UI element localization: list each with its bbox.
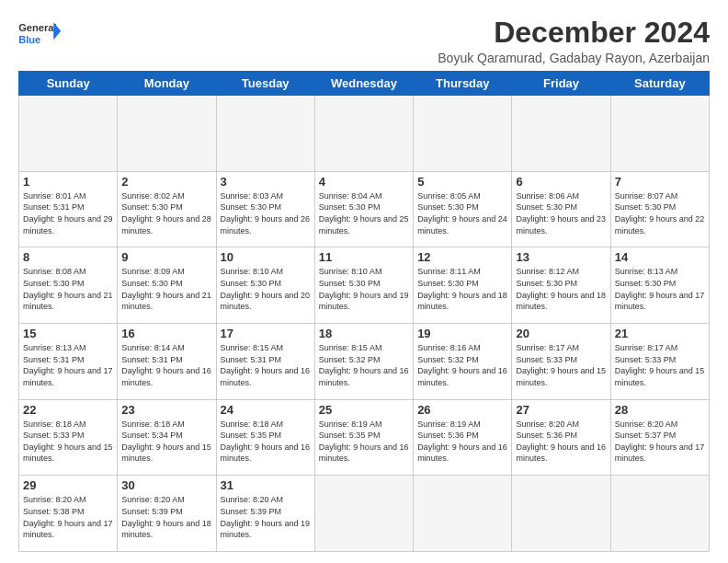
calendar-cell <box>512 96 610 172</box>
calendar-cell: 20Sunrise: 8:17 AMSunset: 5:33 PMDayligh… <box>512 324 610 400</box>
logo: General Blue <box>18 17 63 52</box>
main-title: December 2024 <box>438 17 710 49</box>
calendar-cell <box>414 96 512 172</box>
calendar-cell: 4Sunrise: 8:04 AMSunset: 5:30 PMDaylight… <box>314 171 413 247</box>
calendar-cell: 1Sunrise: 8:01 AMSunset: 5:31 PMDaylight… <box>19 171 118 247</box>
day-info: Sunrise: 8:10 AMSunset: 5:30 PMDaylight:… <box>221 266 311 312</box>
calendar-table: Sunday Monday Tuesday Wednesday Thursday… <box>18 71 710 552</box>
day-info: Sunrise: 8:17 AMSunset: 5:33 PMDaylight:… <box>516 342 606 388</box>
day-number: 18 <box>319 327 409 340</box>
calendar-cell: 26Sunrise: 8:19 AMSunset: 5:36 PMDayligh… <box>414 399 512 476</box>
calendar-week-4: 22Sunrise: 8:18 AMSunset: 5:33 PMDayligh… <box>19 399 710 476</box>
day-number: 1 <box>23 175 113 189</box>
calendar-cell <box>314 96 413 172</box>
day-number: 16 <box>121 327 211 340</box>
calendar-cell: 10Sunrise: 8:10 AMSunset: 5:30 PMDayligh… <box>216 247 314 324</box>
calendar-cell: 24Sunrise: 8:18 AMSunset: 5:35 PMDayligh… <box>216 399 314 476</box>
day-info: Sunrise: 8:09 AMSunset: 5:30 PMDaylight:… <box>121 266 211 312</box>
calendar-cell: 18Sunrise: 8:15 AMSunset: 5:32 PMDayligh… <box>314 324 413 400</box>
day-info: Sunrise: 8:19 AMSunset: 5:35 PMDaylight:… <box>319 419 409 465</box>
calendar-cell <box>19 96 118 172</box>
day-info: Sunrise: 8:15 AMSunset: 5:31 PMDaylight:… <box>221 342 311 388</box>
day-number: 6 <box>516 175 606 189</box>
calendar-cell <box>414 476 512 552</box>
calendar-header-row: Sunday Monday Tuesday Wednesday Thursday… <box>19 72 710 96</box>
day-number: 17 <box>221 327 311 340</box>
day-number: 27 <box>516 403 606 417</box>
calendar-cell <box>512 476 610 552</box>
day-info: Sunrise: 8:15 AMSunset: 5:32 PMDaylight:… <box>319 342 409 388</box>
day-number: 4 <box>319 175 409 189</box>
col-sunday: Sunday <box>19 72 118 96</box>
day-info: Sunrise: 8:20 AMSunset: 5:39 PMDaylight:… <box>121 494 211 540</box>
day-number: 31 <box>221 478 311 492</box>
svg-text:General: General <box>18 22 56 33</box>
calendar-cell: 7Sunrise: 8:07 AMSunset: 5:30 PMDaylight… <box>610 171 709 247</box>
day-number: 12 <box>417 250 507 264</box>
calendar-cell: 25Sunrise: 8:19 AMSunset: 5:35 PMDayligh… <box>314 399 413 476</box>
day-number: 22 <box>23 403 113 417</box>
day-number: 8 <box>23 250 113 264</box>
calendar-cell: 21Sunrise: 8:17 AMSunset: 5:33 PMDayligh… <box>610 324 709 400</box>
page: General Blue December 2024 Boyuk Qaramur… <box>0 0 728 563</box>
calendar-cell: 14Sunrise: 8:13 AMSunset: 5:30 PMDayligh… <box>610 247 709 324</box>
col-saturday: Saturday <box>610 72 709 96</box>
calendar-cell <box>314 476 413 552</box>
calendar-cell: 5Sunrise: 8:05 AMSunset: 5:30 PMDaylight… <box>414 171 512 247</box>
day-info: Sunrise: 8:10 AMSunset: 5:30 PMDaylight:… <box>319 266 409 312</box>
day-number: 23 <box>121 403 211 417</box>
subtitle: Boyuk Qaramurad, Gadabay Rayon, Azerbaij… <box>438 51 710 65</box>
svg-text:Blue: Blue <box>18 34 40 45</box>
calendar-cell: 9Sunrise: 8:09 AMSunset: 5:30 PMDaylight… <box>118 247 216 324</box>
day-info: Sunrise: 8:02 AMSunset: 5:30 PMDaylight:… <box>121 190 211 236</box>
calendar-cell <box>118 96 216 172</box>
logo-icon: General Blue <box>18 17 63 52</box>
day-info: Sunrise: 8:16 AMSunset: 5:32 PMDaylight:… <box>417 342 507 388</box>
day-number: 30 <box>121 478 211 492</box>
day-number: 20 <box>516 327 606 340</box>
calendar-cell: 2Sunrise: 8:02 AMSunset: 5:30 PMDaylight… <box>118 171 216 247</box>
day-number: 15 <box>23 327 113 340</box>
day-number: 29 <box>23 478 113 492</box>
day-info: Sunrise: 8:08 AMSunset: 5:30 PMDaylight:… <box>23 266 113 312</box>
calendar-week-5: 29Sunrise: 8:20 AMSunset: 5:38 PMDayligh… <box>19 476 710 552</box>
calendar-week-2: 8Sunrise: 8:08 AMSunset: 5:30 PMDaylight… <box>19 247 710 324</box>
day-number: 2 <box>121 175 211 189</box>
svg-marker-2 <box>53 22 61 40</box>
calendar-week-3: 15Sunrise: 8:13 AMSunset: 5:31 PMDayligh… <box>19 324 710 400</box>
day-info: Sunrise: 8:17 AMSunset: 5:33 PMDaylight:… <box>615 342 705 388</box>
day-info: Sunrise: 8:12 AMSunset: 5:30 PMDaylight:… <box>516 266 606 312</box>
day-info: Sunrise: 8:03 AMSunset: 5:30 PMDaylight:… <box>221 190 311 236</box>
col-monday: Monday <box>118 72 216 96</box>
calendar-cell: 23Sunrise: 8:18 AMSunset: 5:34 PMDayligh… <box>118 399 216 476</box>
day-info: Sunrise: 8:20 AMSunset: 5:38 PMDaylight:… <box>23 494 113 540</box>
day-info: Sunrise: 8:11 AMSunset: 5:30 PMDaylight:… <box>417 266 507 312</box>
day-number: 3 <box>221 175 311 189</box>
col-friday: Friday <box>512 72 610 96</box>
day-number: 24 <box>221 403 311 417</box>
day-number: 9 <box>121 250 211 264</box>
calendar-cell: 31Sunrise: 8:20 AMSunset: 5:39 PMDayligh… <box>216 476 314 552</box>
calendar-cell <box>216 96 314 172</box>
calendar-cell: 3Sunrise: 8:03 AMSunset: 5:30 PMDaylight… <box>216 171 314 247</box>
day-info: Sunrise: 8:13 AMSunset: 5:30 PMDaylight:… <box>615 266 705 312</box>
day-info: Sunrise: 8:06 AMSunset: 5:30 PMDaylight:… <box>516 190 606 236</box>
calendar-cell: 12Sunrise: 8:11 AMSunset: 5:30 PMDayligh… <box>414 247 512 324</box>
day-info: Sunrise: 8:18 AMSunset: 5:34 PMDaylight:… <box>121 419 211 465</box>
day-info: Sunrise: 8:04 AMSunset: 5:30 PMDaylight:… <box>319 190 409 236</box>
header: General Blue December 2024 Boyuk Qaramur… <box>18 17 710 65</box>
day-info: Sunrise: 8:20 AMSunset: 5:39 PMDaylight:… <box>221 494 311 540</box>
day-number: 13 <box>516 250 606 264</box>
calendar-cell: 15Sunrise: 8:13 AMSunset: 5:31 PMDayligh… <box>19 324 118 400</box>
calendar-cell: 16Sunrise: 8:14 AMSunset: 5:31 PMDayligh… <box>118 324 216 400</box>
day-info: Sunrise: 8:14 AMSunset: 5:31 PMDaylight:… <box>121 342 211 388</box>
day-info: Sunrise: 8:05 AMSunset: 5:30 PMDaylight:… <box>417 190 507 236</box>
day-number: 28 <box>615 403 705 417</box>
title-block: December 2024 Boyuk Qaramurad, Gadabay R… <box>438 17 710 65</box>
day-number: 26 <box>417 403 507 417</box>
day-number: 21 <box>615 327 705 340</box>
calendar-cell: 29Sunrise: 8:20 AMSunset: 5:38 PMDayligh… <box>19 476 118 552</box>
day-number: 7 <box>615 175 705 189</box>
calendar-cell: 27Sunrise: 8:20 AMSunset: 5:36 PMDayligh… <box>512 399 610 476</box>
calendar-cell: 6Sunrise: 8:06 AMSunset: 5:30 PMDaylight… <box>512 171 610 247</box>
